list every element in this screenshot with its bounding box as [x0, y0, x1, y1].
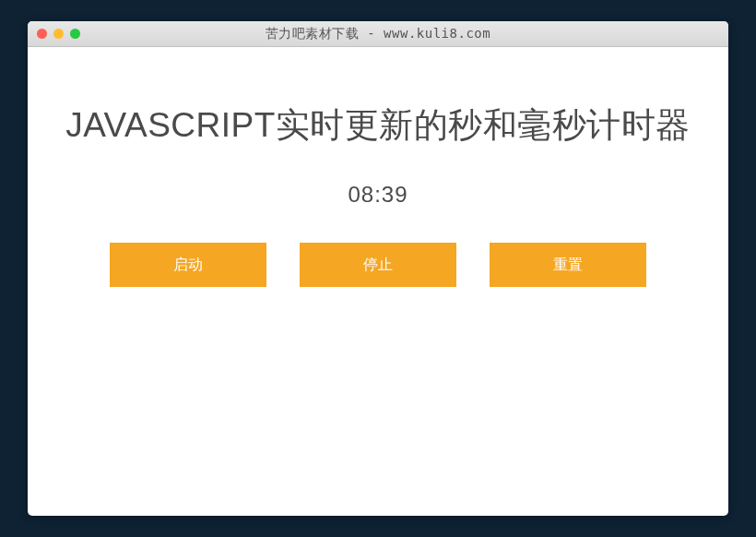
- reset-button[interactable]: 重置: [490, 243, 646, 287]
- start-button[interactable]: 启动: [110, 243, 266, 287]
- titlebar: 苦力吧素材下载 - www.kuli8.com: [28, 21, 728, 47]
- traffic-lights: [37, 29, 80, 39]
- button-row: 启动 停止 重置: [46, 243, 710, 287]
- stop-button[interactable]: 停止: [300, 243, 456, 287]
- window-title: 苦力吧素材下载 - www.kuli8.com: [37, 26, 719, 42]
- timer-separator: :: [374, 182, 382, 207]
- close-icon[interactable]: [37, 29, 47, 39]
- page-title: JAVASCRIPT实时更新的秒和毫秒计时器: [46, 102, 710, 149]
- timer-seconds: 08: [348, 182, 374, 207]
- maximize-icon[interactable]: [70, 29, 80, 39]
- application-window: 苦力吧素材下载 - www.kuli8.com JAVASCRIPT实时更新的秒…: [28, 21, 728, 516]
- content-area: JAVASCRIPT实时更新的秒和毫秒计时器 08:39 启动 停止 重置: [28, 47, 728, 287]
- minimize-icon[interactable]: [53, 29, 64, 39]
- timer-display: 08:39: [46, 182, 710, 208]
- timer-centiseconds: 39: [382, 182, 408, 207]
